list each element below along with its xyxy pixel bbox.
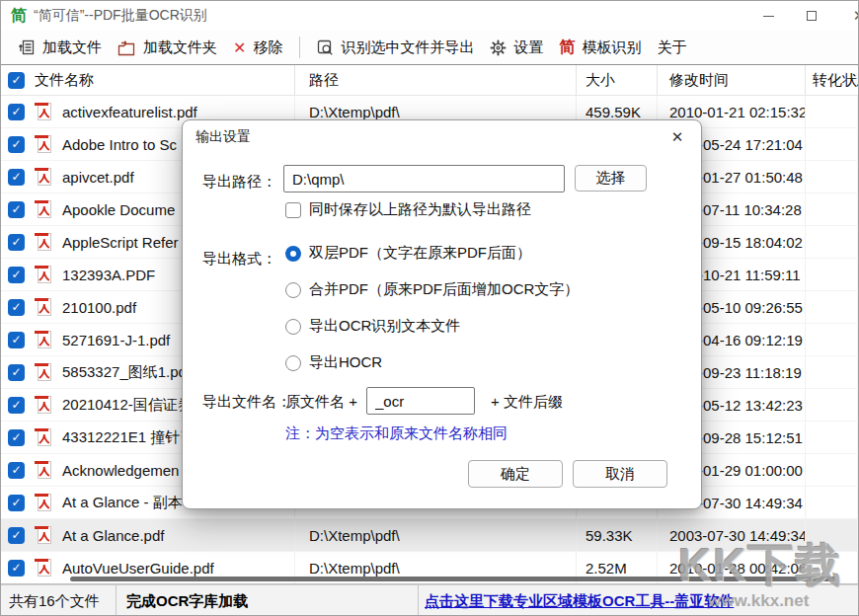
select-all-checkbox[interactable]	[8, 72, 25, 89]
radio-export-ocr-text[interactable]: 导出OCR识别文本文件	[285, 317, 460, 336]
radio-export-hocr[interactable]: 导出HOCR	[285, 353, 382, 372]
download-template-ocr-link[interactable]: 点击这里下载专业区域模板OCR工具--盖亚软件	[425, 592, 734, 611]
row-checkbox[interactable]	[8, 267, 25, 283]
ok-button[interactable]: 确定	[468, 460, 563, 488]
horizontal-scrollbar[interactable]	[70, 577, 835, 581]
radio-icon	[285, 319, 301, 335]
filename-suffix-text: + 文件后缀	[491, 393, 563, 412]
file-convert-status	[806, 128, 858, 160]
app-logo-icon: 简	[11, 6, 27, 27]
file-size: 59.33K	[577, 519, 658, 551]
row-checkbox[interactable]	[8, 169, 25, 186]
dialog-title: 输出设置	[195, 128, 251, 146]
row-checkbox[interactable]	[8, 397, 25, 414]
radio-icon	[285, 282, 301, 298]
radio-icon	[285, 355, 301, 371]
radio-icon	[285, 246, 301, 262]
row-checkbox[interactable]	[8, 201, 25, 218]
file-name: 20210412-国信证券	[62, 396, 193, 415]
file-modified-time: 2003-07-30 14:49:34	[658, 519, 806, 551]
row-checkbox[interactable]	[8, 527, 25, 544]
template-recognize-button[interactable]: 简 模板识别	[551, 34, 649, 62]
column-path: 路径	[295, 65, 577, 95]
row-checkbox[interactable]	[8, 495, 25, 511]
filename-prefix-text: 原文件名 +	[285, 393, 357, 412]
radio-label: 合并PDF（原来PDF后面增加OCR文字）	[309, 280, 579, 299]
cancel-button[interactable]: 取消	[573, 460, 667, 488]
toolbar-label: 设置	[513, 38, 543, 57]
file-name: 132393A.PDF	[62, 267, 155, 283]
radio-double-layer-pdf[interactable]: 双层PDF（文字在原来PDF后面）	[285, 244, 531, 263]
minimize-button[interactable]	[746, 1, 791, 31]
export-path-label: 导出路径：	[202, 173, 276, 192]
pdf-file-icon	[34, 524, 53, 546]
pdf-file-icon	[34, 557, 53, 578]
save-default-path-checkbox[interactable]: 同时保存以上路径为默认导出路径	[285, 200, 531, 219]
row-checkbox[interactable]	[8, 234, 25, 251]
settings-button[interactable]: 设置	[482, 35, 551, 61]
table-row[interactable]: At a Glance.pdf D:\Xtemp\pdf\ 59.33K 200…	[1, 519, 858, 552]
ocr-library-status: 完成OCR字库加载	[117, 585, 419, 616]
row-checkbox[interactable]	[8, 429, 25, 446]
table-header[interactable]: 文件名称 路径 大小 修改时间 转化状态	[1, 65, 858, 96]
file-count-status: 共有16个文件	[1, 585, 117, 616]
file-convert-status	[806, 356, 858, 388]
row-checkbox[interactable]	[8, 560, 25, 577]
pdf-file-icon	[34, 231, 53, 253]
export-filename-label: 导出文件名：	[202, 393, 291, 412]
close-button[interactable]: ✕	[835, 1, 859, 31]
file-convert-status	[806, 226, 858, 258]
pdf-file-icon	[34, 394, 53, 416]
export-format-label: 导出格式：	[202, 250, 276, 269]
file-convert-status	[806, 389, 858, 421]
file-name: At a Glance - 副本	[62, 494, 183, 512]
recognize-export-button[interactable]: 识别选中文件并导出	[309, 35, 482, 61]
file-name: 5271691-J-1.pdf	[62, 332, 170, 348]
pdf-file-icon	[34, 361, 53, 383]
maximize-button[interactable]	[789, 1, 833, 31]
maximize-icon	[807, 11, 817, 21]
file-name: 5853327_图纸1.pd	[62, 363, 187, 382]
toolbar-label: 移除	[253, 38, 282, 57]
row-checkbox[interactable]	[8, 364, 25, 381]
pdf-file-icon	[34, 166, 53, 188]
remove-button[interactable]: ✕ 移除	[225, 35, 290, 61]
file-convert-status	[806, 454, 858, 486]
pdf-file-icon	[34, 296, 53, 318]
window-title: “简可信”--PDF批量OCR识别	[34, 7, 207, 25]
radio-merge-pdf[interactable]: 合并PDF（原来PDF后面增加OCR文字）	[285, 280, 579, 299]
load-file-button[interactable]: 加载文件	[11, 35, 110, 61]
pdf-file-icon	[34, 101, 53, 122]
template-logo-icon: 简	[559, 38, 575, 58]
minimize-icon	[763, 16, 774, 17]
dialog-close-icon[interactable]: ✕	[667, 127, 687, 147]
file-name: activexfeaturelist.pdf	[62, 104, 197, 120]
checkbox-label: 同时保存以上路径为默认导出路径	[309, 200, 531, 219]
radio-label: 导出OCR识别文本文件	[309, 317, 460, 336]
file-convert-status	[806, 422, 858, 453]
load-file-icon	[19, 39, 36, 56]
toolbar-label: 加载文件夹	[143, 38, 217, 57]
pdf-file-icon	[34, 329, 53, 350]
row-checkbox[interactable]	[8, 299, 25, 316]
filename-note: 注：为空表示和原来文件名称相同	[285, 424, 508, 443]
file-convert-status	[806, 324, 858, 355]
export-path-input[interactable]	[283, 165, 565, 192]
choose-path-button[interactable]: 选择	[575, 165, 647, 192]
row-checkbox[interactable]	[8, 332, 25, 348]
pdf-file-icon	[34, 264, 53, 285]
file-path: D:\Xtemp\pdf\	[295, 519, 577, 551]
row-checkbox[interactable]	[8, 136, 25, 153]
pdf-file-icon	[34, 133, 53, 155]
app-window: 简 “简可信”--PDF批量OCR识别 ✕ 加载文件 加载文件夹 ✕ 移除	[0, 0, 859, 616]
file-name: apivcet.pdf	[62, 169, 134, 186]
file-convert-status	[806, 519, 858, 551]
about-button[interactable]: 关于	[649, 35, 694, 61]
row-checkbox[interactable]	[8, 104, 25, 120]
row-checkbox[interactable]	[8, 462, 25, 479]
close-icon: ✕	[853, 7, 859, 25]
file-name: Adobe Intro to Sc	[62, 136, 177, 153]
file-convert-status	[806, 96, 858, 127]
filename-suffix-input[interactable]	[366, 387, 475, 415]
load-folder-button[interactable]: 加载文件夹	[110, 35, 225, 61]
